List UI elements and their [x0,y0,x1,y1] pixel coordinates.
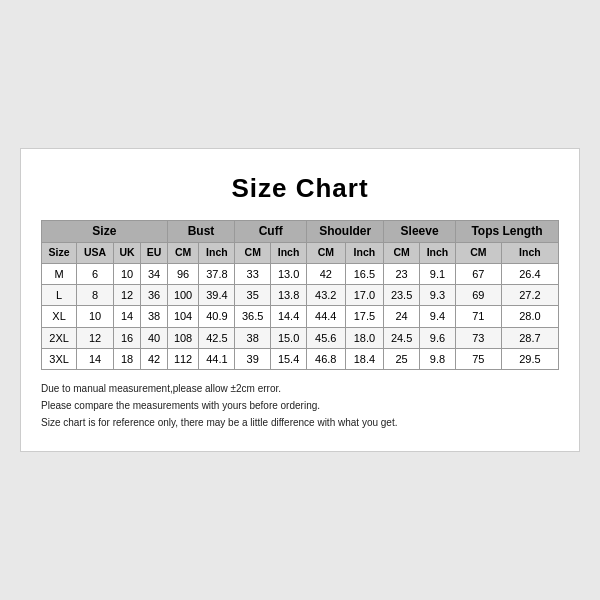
group-header-row: SizeBustCuffShoulderSleeveTops Length [42,220,559,243]
table-cell: 44.4 [307,306,345,327]
group-header-cell: Tops Length [455,220,558,243]
sub-header-cell: CM [384,243,420,264]
table-cell: 18 [113,349,140,370]
table-cell: 40.9 [199,306,235,327]
table-cell: 14.4 [271,306,307,327]
table-cell: 23.5 [384,285,420,306]
table-cell: 38 [141,306,168,327]
table-cell: 15.0 [271,327,307,348]
sub-header-cell: CM [167,243,199,264]
note-line: Size chart is for reference only, there … [41,414,559,431]
table-cell: 17.0 [345,285,384,306]
table-cell: 9.8 [419,349,455,370]
sub-header-row: SizeUSAUKEUCMInchCMInchCMInchCMInchCMInc… [42,243,559,264]
table-cell: 16 [113,327,140,348]
table-cell: 28.0 [501,306,558,327]
table-cell: 8 [77,285,114,306]
table-cell: 24 [384,306,420,327]
sub-header-cell: EU [141,243,168,264]
table-cell: 9.3 [419,285,455,306]
table-cell: 108 [167,327,199,348]
table-body: M610349637.83313.04216.5239.16726.4L8123… [42,263,559,369]
table-cell: 23 [384,263,420,284]
group-header-cell: Shoulder [307,220,384,243]
table-cell: 10 [77,306,114,327]
table-row: M610349637.83313.04216.5239.16726.4 [42,263,559,284]
sub-header-cell: CM [307,243,345,264]
sub-header-cell: Inch [199,243,235,264]
table-cell: 10 [113,263,140,284]
table-cell: 40 [141,327,168,348]
table-cell: 73 [455,327,501,348]
table-cell: 100 [167,285,199,306]
table-cell: 13.8 [271,285,307,306]
table-cell: 18.4 [345,349,384,370]
group-header-cell: Size [42,220,168,243]
table-cell: 26.4 [501,263,558,284]
table-cell: 12 [113,285,140,306]
sub-header-cell: USA [77,243,114,264]
page-title: Size Chart [41,173,559,204]
sub-header-cell: Inch [419,243,455,264]
table-cell: 44.1 [199,349,235,370]
table-cell: 75 [455,349,501,370]
table-cell: 18.0 [345,327,384,348]
table-cell: 24.5 [384,327,420,348]
table-cell: 29.5 [501,349,558,370]
group-header-cell: Bust [167,220,235,243]
table-cell: XL [42,306,77,327]
table-cell: 36 [141,285,168,306]
table-cell: 14 [77,349,114,370]
table-cell: 42 [307,263,345,284]
table-cell: M [42,263,77,284]
size-chart-table: SizeBustCuffShoulderSleeveTops Length Si… [41,220,559,371]
table-cell: 45.6 [307,327,345,348]
table-cell: 37.8 [199,263,235,284]
sub-header-cell: Inch [345,243,384,264]
size-chart-card: Size Chart SizeBustCuffShoulderSleeveTop… [20,148,580,453]
notes-section: Due to manual measurement,please allow ±… [41,380,559,431]
sub-header-cell: Inch [501,243,558,264]
table-cell: 39.4 [199,285,235,306]
table-cell: 112 [167,349,199,370]
table-cell: 2XL [42,327,77,348]
table-row: 2XL12164010842.53815.045.618.024.59.6732… [42,327,559,348]
table-cell: 42.5 [199,327,235,348]
group-header-cell: Cuff [235,220,307,243]
table-cell: 27.2 [501,285,558,306]
table-cell: L [42,285,77,306]
table-cell: 16.5 [345,263,384,284]
table-row: 3XL14184211244.13915.446.818.4259.87529.… [42,349,559,370]
table-row: L8123610039.43513.843.217.023.59.36927.2 [42,285,559,306]
table-cell: 9.1 [419,263,455,284]
table-cell: 35 [235,285,271,306]
sub-header-cell: Size [42,243,77,264]
table-cell: 13.0 [271,263,307,284]
table-cell: 67 [455,263,501,284]
note-line: Please compare the measurements with you… [41,397,559,414]
table-cell: 15.4 [271,349,307,370]
sub-header-cell: UK [113,243,140,264]
table-cell: 33 [235,263,271,284]
table-cell: 34 [141,263,168,284]
table-cell: 17.5 [345,306,384,327]
table-cell: 39 [235,349,271,370]
sub-header-cell: CM [235,243,271,264]
table-cell: 28.7 [501,327,558,348]
table-cell: 9.4 [419,306,455,327]
table-cell: 25 [384,349,420,370]
table-cell: 9.6 [419,327,455,348]
table-row: XL10143810440.936.514.444.417.5249.47128… [42,306,559,327]
table-cell: 6 [77,263,114,284]
sub-header-cell: Inch [271,243,307,264]
table-cell: 71 [455,306,501,327]
table-cell: 69 [455,285,501,306]
table-cell: 3XL [42,349,77,370]
table-cell: 96 [167,263,199,284]
sub-header-cell: CM [455,243,501,264]
table-cell: 12 [77,327,114,348]
table-cell: 42 [141,349,168,370]
group-header-cell: Sleeve [384,220,456,243]
table-cell: 38 [235,327,271,348]
table-cell: 104 [167,306,199,327]
